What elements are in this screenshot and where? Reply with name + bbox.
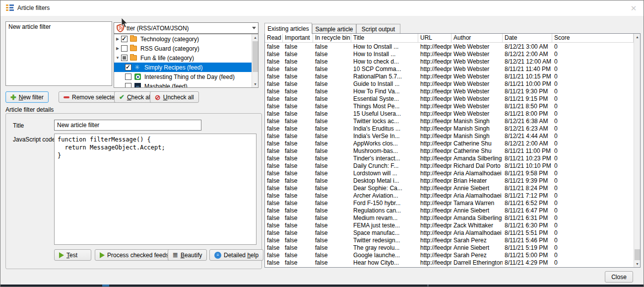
- item-checkbox[interactable]: [121, 55, 128, 61]
- table-row[interactable]: falsefalsefalseRegulations can...http://…: [265, 207, 634, 215]
- table-cell: 8/11/21 9:39 PM: [503, 177, 552, 185]
- table-cell: false: [283, 244, 313, 252]
- table-cell: false: [265, 66, 283, 73]
- table-cell: false: [313, 252, 351, 259]
- table-row[interactable]: falsefalsefalseIndia's VerSe In...http:/…: [265, 133, 634, 140]
- table-row[interactable]: falsefalsefalseMushroom-bas...http://fee…: [265, 147, 634, 155]
- table-cell: http://feedprox...: [418, 252, 451, 259]
- filter-list[interactable]: New article filter: [5, 21, 112, 86]
- table-cell: 0: [552, 177, 634, 185]
- table-cell: Richard Dal Porto: [451, 162, 503, 170]
- table-cell: false: [265, 118, 283, 125]
- table-row[interactable]: falsefalsefalseDear Sophie: Ca...http://…: [265, 185, 634, 192]
- column-header[interactable]: In recycle bin: [313, 34, 351, 42]
- account-combobox[interactable]: tter (RSS/ATOM/JSON): [114, 22, 258, 34]
- table-cell: Manish Singh: [451, 125, 503, 133]
- table-row[interactable]: falsefalsefalse10 SCP Comma...http://fee…: [265, 66, 634, 73]
- table-row[interactable]: falsefalsefalseHow to Onstall ...http://…: [265, 43, 634, 51]
- table-row[interactable]: falsefalsefalseDesktop Metal i...http://…: [265, 177, 634, 185]
- expander-icon[interactable]: ▶: [114, 46, 121, 51]
- titlebar[interactable]: Article filters ✕: [0, 0, 644, 16]
- item-checkbox[interactable]: [121, 45, 128, 52]
- table-row[interactable]: falsefalsefalseArcher Aviation...http://…: [265, 192, 634, 200]
- tree-item[interactable]: ▶RSS Guard (category): [114, 44, 252, 53]
- table-row[interactable]: falsefalsefalseTwitter locks ac...http:/…: [265, 118, 634, 125]
- table-row[interactable]: falsefalsefalse15 Useful Usera...http://…: [265, 110, 634, 118]
- tab-sample-article[interactable]: Sample article: [312, 24, 356, 34]
- table-cell: false: [265, 192, 283, 200]
- tab-existing-articles[interactable]: Existing articles: [264, 23, 312, 34]
- table-cell: 0: [552, 185, 634, 192]
- lines-icon: ≣: [173, 251, 178, 259]
- table-row[interactable]: falsefalsefalseLordstown will ...http://…: [265, 170, 634, 177]
- table-row[interactable]: falsefalsefalseAppWorks clos...http://fe…: [265, 140, 634, 147]
- table-row[interactable]: falsefalsefalseTinder's interact...http:…: [265, 155, 634, 162]
- table-scrollbar-thumb[interactable]: [635, 249, 640, 260]
- item-checkbox[interactable]: [125, 83, 131, 88]
- js-code-editor[interactable]: function filterMessage() { return Messag…: [54, 134, 257, 245]
- item-checkbox[interactable]: [125, 73, 131, 80]
- tree-item-label: Simply Recipes (feed): [144, 64, 202, 71]
- tree-scrollbar[interactable]: ▲ ▼: [252, 34, 258, 87]
- table-row[interactable]: falsefalsefalseThe gray revolu...http://…: [265, 244, 634, 252]
- column-header[interactable]: URL: [418, 34, 451, 42]
- tree-item[interactable]: ✳Simply Recipes (feed): [114, 63, 252, 72]
- table-cell: 8/11/21 8:24 PM: [503, 185, 552, 192]
- tree-item[interactable]: mMashable (feed): [114, 81, 252, 88]
- column-header[interactable]: Important: [283, 34, 313, 42]
- scroll-up-icon[interactable]: ▲: [252, 34, 258, 41]
- table-row[interactable]: falsefalsefalseGoogle launche...http://f…: [265, 252, 634, 259]
- window-close-icon[interactable]: ✕: [629, 3, 639, 13]
- table-row[interactable]: falsefalsefalseMedium revam...http://fee…: [265, 215, 634, 222]
- title-input[interactable]: New article filter: [54, 120, 201, 131]
- table-scrollbar[interactable]: ▲ ▼: [634, 34, 640, 267]
- expander-icon[interactable]: ▼: [114, 56, 121, 60]
- block-icon: ⊘: [155, 93, 161, 101]
- scroll-down-icon[interactable]: ▼: [634, 261, 641, 267]
- table-cell: How to Onstall ...: [351, 43, 418, 51]
- column-header[interactable]: Title: [351, 34, 418, 42]
- table-row[interactable]: falsefalsefalseFord F-150 hybr...http://…: [265, 200, 634, 207]
- table-row[interactable]: falsefalsefalseHear how Cityb...http://f…: [265, 259, 634, 267]
- tree-item[interactable]: ▼Fun & life (category): [114, 53, 252, 63]
- table-row[interactable]: falsefalsefalseFEMA just teste...http://…: [265, 222, 634, 229]
- list-item[interactable]: New article filter: [6, 22, 112, 32]
- table-cell: false: [283, 103, 313, 110]
- table-row[interactable]: falsefalsefalseDaily Crunch: F...http://…: [265, 162, 634, 170]
- column-header[interactable]: Author: [451, 34, 503, 42]
- table-row[interactable]: falsefalsefalseSpace manufac...http://fe…: [265, 229, 634, 237]
- scroll-up-icon[interactable]: ▲: [634, 34, 641, 40]
- table-row[interactable]: falsefalsefalseEssential Syste...http://…: [265, 95, 634, 103]
- column-header[interactable]: Score: [552, 34, 634, 42]
- table-cell: false: [313, 66, 351, 73]
- table-row[interactable]: falsefalsefalseHow to Install ...http://…: [265, 51, 634, 58]
- column-header[interactable]: Date: [503, 34, 552, 42]
- column-header[interactable]: Read: [265, 34, 283, 42]
- close-button[interactable]: Close: [605, 271, 633, 283]
- item-checkbox[interactable]: [125, 64, 131, 71]
- expander-icon[interactable]: ▶: [114, 37, 121, 41]
- table-cell: 8/11/21 10:23 PM: [503, 155, 552, 162]
- tree-item[interactable]: ▶Technology (category): [114, 34, 252, 44]
- process-checked-feeds-button[interactable]: Process checked feeds: [95, 249, 174, 261]
- table-row[interactable]: falsefalsefalseRationalPlan 5.7...http:/…: [265, 73, 634, 80]
- table-row[interactable]: falsefalsefalseThings Most Pe...http://f…: [265, 103, 634, 110]
- table-cell: Sarah Perez: [451, 237, 503, 244]
- beautify-button[interactable]: ≣ Beautify: [168, 249, 207, 261]
- new-filter-button[interactable]: ✚ New filter: [5, 91, 49, 103]
- uncheck-all-button[interactable]: ⊘ Uncheck all: [150, 91, 199, 103]
- tab-script-output[interactable]: Script output: [356, 24, 400, 34]
- table-row[interactable]: falsefalsefalseHow To Find Va...http://f…: [265, 88, 634, 95]
- feed-tree[interactable]: ▶Technology (category)▶RSS Guard (catego…: [114, 34, 258, 88]
- item-checkbox[interactable]: [121, 36, 128, 42]
- detailed-help-button[interactable]: ≡ Detailed help: [209, 249, 263, 261]
- table-row[interactable]: falsefalsefalseHow to check d...http://f…: [265, 58, 634, 66]
- table-row[interactable]: falsefalsefalseIndia's Eruditus ...http:…: [265, 125, 634, 133]
- test-button[interactable]: Test: [54, 249, 91, 261]
- tree-item[interactable]: Interesting Thing of the Day (feed): [114, 72, 252, 81]
- tree-scrollbar-thumb[interactable]: [253, 41, 258, 72]
- remove-selected-button[interactable]: Remove selected: [59, 91, 123, 103]
- table-row[interactable]: falsefalsefalseTwitter redesign...http:/…: [265, 237, 634, 244]
- table-row[interactable]: falsefalsefalseGuide to Install ...http:…: [265, 80, 634, 88]
- scroll-down-icon[interactable]: ▼: [252, 81, 258, 87]
